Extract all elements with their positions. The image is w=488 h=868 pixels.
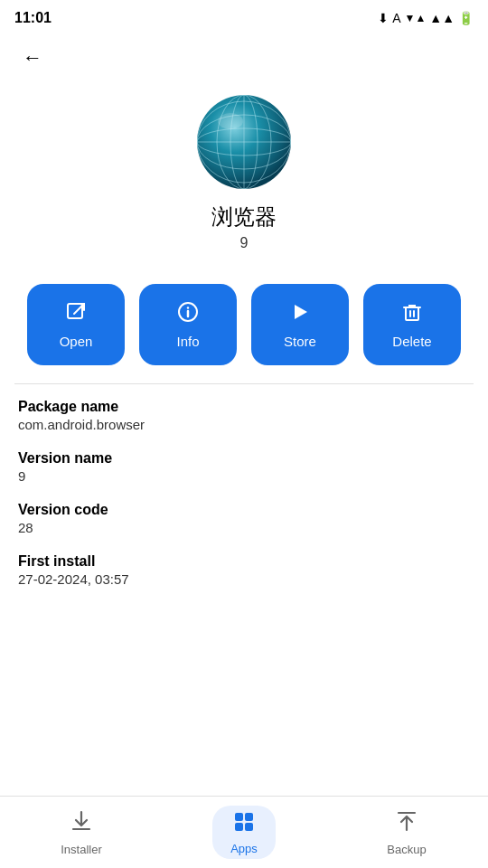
section-divider bbox=[14, 383, 474, 384]
package-name-value: com.android.browser bbox=[18, 417, 470, 432]
svg-rect-15 bbox=[406, 307, 418, 320]
delete-label: Delete bbox=[392, 334, 431, 349]
svg-rect-10 bbox=[68, 304, 82, 318]
delete-icon bbox=[401, 301, 423, 328]
version-name-label: Version name bbox=[18, 450, 470, 467]
svg-point-9 bbox=[218, 113, 243, 129]
version-name-value: 9 bbox=[18, 468, 470, 484]
download-status-icon: ⬇ bbox=[378, 11, 389, 25]
nav-apps-bg: Apps bbox=[212, 806, 276, 859]
wifi-icon: ▼▲ bbox=[405, 12, 427, 24]
signal-icon: ▲▲ bbox=[429, 11, 455, 25]
info-button[interactable]: Info bbox=[139, 284, 237, 365]
nav-apps[interactable]: Apps bbox=[163, 798, 325, 866]
open-label: Open bbox=[60, 334, 93, 349]
apps-label: Apps bbox=[230, 842, 258, 855]
svg-rect-22 bbox=[235, 823, 243, 831]
package-name-label: Package name bbox=[18, 399, 470, 415]
info-list: Package name com.android.browser Version… bbox=[0, 399, 488, 587]
bottom-nav: Installer Apps Backup bbox=[0, 796, 488, 868]
open-icon bbox=[65, 301, 87, 328]
info-label: Info bbox=[176, 334, 199, 349]
svg-rect-21 bbox=[245, 813, 253, 821]
package-name-item: Package name com.android.browser bbox=[18, 399, 470, 432]
delete-button[interactable]: Delete bbox=[363, 284, 461, 365]
app-version-header: 9 bbox=[240, 235, 249, 251]
status-bar: 11:01 ⬇ A ▼▲ ▲▲ 🔋 bbox=[0, 0, 488, 33]
first-install-item: First install 27-02-2024, 03:57 bbox=[18, 553, 470, 587]
top-bar: ← bbox=[0, 33, 488, 83]
nav-backup[interactable]: Backup bbox=[325, 801, 488, 863]
installer-label: Installer bbox=[61, 843, 102, 856]
apps-icon bbox=[231, 809, 257, 840]
app-header: 浏览器 9 bbox=[0, 83, 488, 269]
app-icon-container bbox=[194, 92, 294, 192]
svg-rect-23 bbox=[245, 823, 253, 831]
store-button[interactable]: Store bbox=[251, 284, 349, 365]
installer-icon bbox=[69, 808, 94, 839]
nav-installer[interactable]: Installer bbox=[0, 801, 163, 863]
back-arrow-icon: ← bbox=[23, 46, 42, 70]
svg-marker-14 bbox=[295, 305, 307, 319]
store-icon bbox=[289, 301, 311, 328]
a-status-icon: A bbox=[392, 11, 400, 25]
backup-label: Backup bbox=[387, 843, 426, 856]
status-icons: ⬇ A ▼▲ ▲▲ 🔋 bbox=[378, 11, 474, 25]
first-install-label: First install bbox=[18, 553, 470, 570]
version-code-label: Version code bbox=[18, 502, 470, 518]
info-icon bbox=[177, 301, 199, 328]
svg-point-13 bbox=[187, 307, 189, 308]
app-icon-globe bbox=[194, 92, 294, 192]
app-name: 浏览器 bbox=[211, 203, 277, 231]
backup-icon bbox=[394, 808, 419, 839]
version-code-value: 28 bbox=[18, 520, 470, 535]
action-buttons: Open Info Store bbox=[0, 269, 488, 380]
open-button[interactable]: Open bbox=[27, 284, 125, 365]
battery-icon: 🔋 bbox=[458, 11, 474, 25]
version-code-item: Version code 28 bbox=[18, 502, 470, 535]
version-name-item: Version name 9 bbox=[18, 450, 470, 484]
store-label: Store bbox=[284, 334, 316, 349]
status-time: 11:01 bbox=[14, 10, 52, 26]
back-button[interactable]: ← bbox=[14, 40, 51, 76]
svg-rect-20 bbox=[235, 813, 243, 821]
first-install-value: 27-02-2024, 03:57 bbox=[18, 571, 470, 587]
